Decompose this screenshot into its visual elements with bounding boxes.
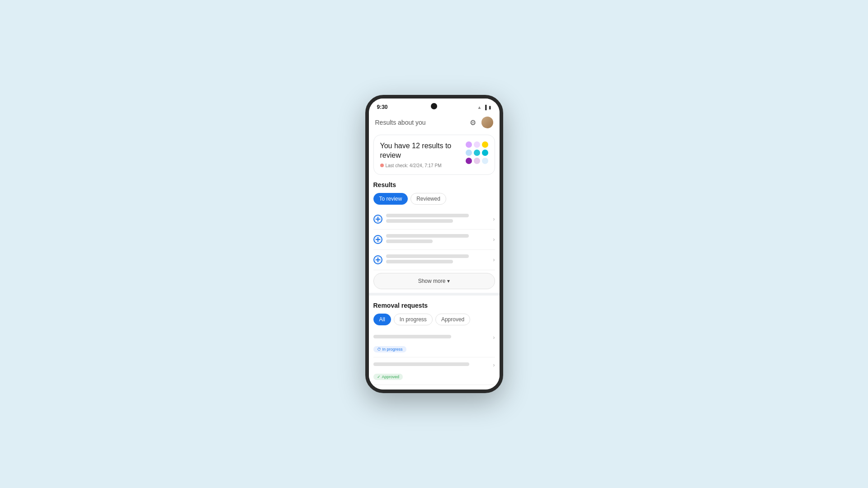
show-more-button[interactable]: Show more ▾ — [373, 273, 495, 289]
settings-button[interactable]: ⚙ — [468, 117, 478, 127]
chevron-down-icon: ▾ — [447, 278, 450, 284]
result-line-2b — [386, 239, 433, 243]
removal-section: Removal requests All In progress Approve… — [369, 300, 500, 389]
last-check: Last check: 4/2/24, 7:17 PM — [380, 163, 466, 168]
dot-8 — [474, 158, 480, 164]
status-badge-approved-1: ✓ Approved — [373, 374, 403, 380]
chevron-icon-3: › — [493, 257, 495, 263]
removal-lines-1 — [373, 335, 493, 340]
signal-icon: ▐ — [483, 105, 486, 110]
removal-item-1[interactable]: › ⏱ In progress — [373, 330, 495, 357]
removal-chevron-2: › — [493, 362, 495, 368]
tab-reviewed[interactable]: Reviewed — [410, 193, 446, 205]
result-lines-3 — [386, 254, 490, 265]
dot-5 — [474, 150, 480, 156]
removal-line-1a — [373, 335, 451, 338]
app-title: Results about you — [375, 119, 426, 126]
tab-to-review[interactable]: To review — [373, 193, 408, 205]
chevron-icon-2: › — [493, 236, 495, 243]
removal-lines-2 — [373, 362, 493, 368]
result-line-1a — [386, 214, 469, 217]
avatar-image — [481, 117, 493, 128]
dot-7 — [466, 158, 472, 164]
scroll-content: Results about you ⚙ You have 12 results … — [369, 113, 500, 389]
phone-screen: 9:30 ▲ ▐ ▮ Results about you ⚙ — [369, 99, 500, 389]
summary-title: You have 12 results to review — [380, 141, 466, 160]
globe-icon-2 — [373, 235, 382, 244]
result-lines-2 — [386, 234, 490, 245]
phone-frame: 9:30 ▲ ▐ ▮ Results about you ⚙ — [365, 95, 503, 393]
dot-4 — [466, 150, 472, 156]
tab-approved[interactable]: Approved — [435, 314, 470, 325]
show-more-label: Show more — [418, 278, 446, 284]
inprogress-icon: ⏱ — [377, 347, 381, 352]
inprogress-label: In progress — [382, 347, 403, 352]
header-icons: ⚙ — [468, 117, 493, 128]
removal-item-3[interactable]: › ✓ Approved — [373, 385, 495, 389]
result-item-2[interactable]: › — [373, 230, 495, 250]
summary-card: You have 12 results to review Last check… — [373, 135, 495, 175]
status-icons: ▲ ▐ ▮ — [477, 105, 491, 110]
status-time: 9:30 — [377, 104, 388, 110]
summary-content: You have 12 results to review Last check… — [380, 141, 488, 168]
color-dots — [466, 141, 488, 164]
removal-title: Removal requests — [373, 300, 495, 309]
dot-6 — [482, 150, 488, 156]
tab-in-progress[interactable]: In progress — [394, 314, 433, 325]
app-header: Results about you ⚙ — [369, 113, 500, 132]
chevron-icon-1: › — [493, 216, 495, 222]
removal-chevron-1: › — [493, 334, 495, 341]
result-item-3[interactable]: › — [373, 250, 495, 270]
battery-icon: ▮ — [489, 105, 491, 110]
results-title: Results — [373, 179, 495, 188]
globe-icon-3 — [373, 255, 382, 264]
removal-item-1-row: › — [373, 334, 495, 341]
result-line-3b — [386, 260, 453, 263]
globe-icon-1 — [373, 215, 382, 224]
removal-tabs: All In progress Approved — [373, 314, 495, 325]
results-section: Results To review Reviewed › — [369, 179, 500, 289]
removal-item-2-row: › — [373, 362, 495, 368]
section-divider — [369, 293, 500, 296]
result-item-1[interactable]: › — [373, 209, 495, 230]
result-line-3a — [386, 254, 469, 258]
result-line-1b — [386, 219, 453, 223]
result-lines-1 — [386, 214, 490, 225]
approved-label-1: Approved — [382, 375, 400, 379]
last-check-label: Last check: 4/2/24, 7:17 PM — [386, 163, 442, 168]
results-tabs: To review Reviewed — [373, 193, 495, 205]
dot-2 — [474, 141, 480, 148]
avatar[interactable] — [481, 117, 493, 128]
dot-3 — [482, 141, 488, 148]
approved-icon-1: ✓ — [377, 375, 381, 379]
result-line-2a — [386, 234, 469, 238]
summary-text: You have 12 results to review Last check… — [380, 141, 466, 168]
wifi-icon: ▲ — [477, 105, 482, 110]
front-camera — [431, 103, 437, 109]
removal-line-2a — [373, 362, 469, 366]
dot-1 — [466, 141, 472, 148]
removal-item-2[interactable]: › ✓ Approved — [373, 357, 495, 385]
tab-all[interactable]: All — [373, 314, 391, 325]
status-badge-inprogress-1: ⏱ In progress — [373, 346, 406, 352]
check-dot — [380, 164, 384, 167]
dot-9 — [482, 158, 488, 164]
